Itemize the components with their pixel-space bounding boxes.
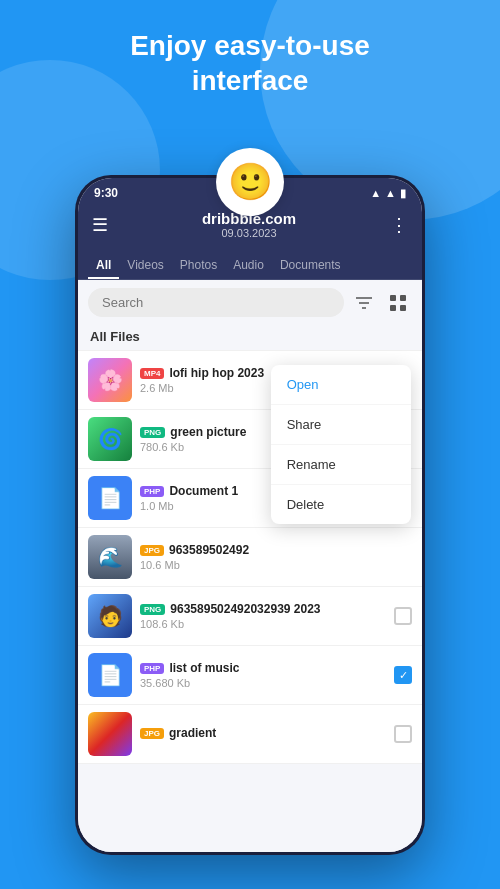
file-name: 963589502492 [169,543,249,557]
checkbox-checked-icon[interactable]: ✓ [394,666,412,684]
file-size: 35.680 Kb [140,677,386,689]
phone-frame: 9:30 ▲ ▲ ▮ ☰ dribbble.com 09.03.2023 ⋮ A… [75,175,425,855]
context-menu-share[interactable]: Share [271,405,411,445]
file-thumbnail: 📄 [88,476,132,520]
file-name: list of music [169,661,239,675]
grid-icon[interactable] [384,289,412,317]
file-name: green picture [170,425,246,439]
context-menu-delete[interactable]: Delete [271,485,411,524]
signal-icon: ▲ [385,187,396,199]
tab-audio[interactable]: Audio [225,249,272,279]
file-thumbnail: 🌊 [88,535,132,579]
file-action[interactable] [394,725,412,743]
file-thumbnail: 🌸 [88,358,132,402]
file-name-row: PNG 963589502492032939 2023 [140,602,386,616]
more-icon[interactable]: ⋮ [390,214,408,236]
tab-bar: All Videos Photos Audio Documents [78,249,422,280]
file-info: PNG 963589502492032939 2023 108.6 Kb [140,602,386,630]
file-thumbnail: 🧑 [88,594,132,638]
status-time: 9:30 [94,186,118,200]
file-row[interactable]: 🌊 JPG 963589502492 10.6 Mb [78,528,422,587]
search-input[interactable] [88,288,344,317]
context-menu-rename[interactable]: Rename [271,445,411,485]
svg-rect-6 [400,305,406,311]
header-subtitle: 09.03.2023 [202,227,296,239]
file-thumbnail: 📄 [88,653,132,697]
phone-screen: 9:30 ▲ ▲ ▮ ☰ dribbble.com 09.03.2023 ⋮ A… [78,178,422,852]
file-tag: MP4 [140,368,164,379]
smiley-avatar: 🙂 [216,148,284,216]
tab-documents[interactable]: Documents [272,249,349,279]
file-name-row: PHP list of music [140,661,386,675]
file-row[interactable]: 📄 PHP list of music 35.680 Kb ✓ [78,646,422,705]
file-name: 963589502492032939 2023 [170,602,320,616]
content-area: All Files 🌸 MP4 lofi hip hop 2023 2.6 Mb [78,280,422,852]
file-tag: PNG [140,427,165,438]
battery-icon: ▮ [400,187,406,200]
tab-photos[interactable]: Photos [172,249,225,279]
context-menu-open[interactable]: Open [271,365,411,405]
svg-rect-3 [390,295,396,301]
svg-rect-4 [400,295,406,301]
search-icons [350,289,412,317]
file-name: gradient [169,726,216,740]
doc-icon: 📄 [98,486,123,510]
filter-icon[interactable] [350,289,378,317]
file-action[interactable] [394,607,412,625]
doc-icon: 📄 [98,663,123,687]
file-thumbnail: 🌀 [88,417,132,461]
status-icons: ▲ ▲ ▮ [370,187,406,200]
checkbox-icon[interactable] [394,725,412,743]
file-row[interactable]: JPG gradient [78,705,422,764]
file-row[interactable]: 🧑 PNG 963589502492032939 2023 108.6 Kb [78,587,422,646]
file-info: JPG 963589502492 10.6 Mb [140,543,404,571]
file-name-row: JPG gradient [140,726,386,740]
file-tag: PHP [140,663,164,674]
hamburger-icon[interactable]: ☰ [92,214,108,236]
file-info: PHP list of music 35.680 Kb [140,661,386,689]
hero-title: Enjoy easy-to-useinterface [0,28,500,98]
file-name-row: JPG 963589502492 [140,543,404,557]
wifi-icon: ▲ [370,187,381,199]
context-menu: Open Share Rename Delete [271,365,411,524]
svg-rect-5 [390,305,396,311]
file-name: Document 1 [169,484,238,498]
tab-videos[interactable]: Videos [119,249,171,279]
file-tag: PHP [140,486,164,497]
file-size: 108.6 Kb [140,618,386,630]
file-size: 10.6 Mb [140,559,404,571]
tab-all[interactable]: All [88,249,119,279]
section-label: All Files [78,325,422,350]
file-action[interactable]: ✓ [394,666,412,684]
file-tag: JPG [140,545,164,556]
file-name: lofi hip hop 2023 [169,366,264,380]
file-thumbnail [88,712,132,756]
search-bar-row [78,280,422,325]
file-tag: JPG [140,728,164,739]
file-info: JPG gradient [140,726,386,742]
checkbox-icon[interactable] [394,607,412,625]
file-tag: PNG [140,604,165,615]
